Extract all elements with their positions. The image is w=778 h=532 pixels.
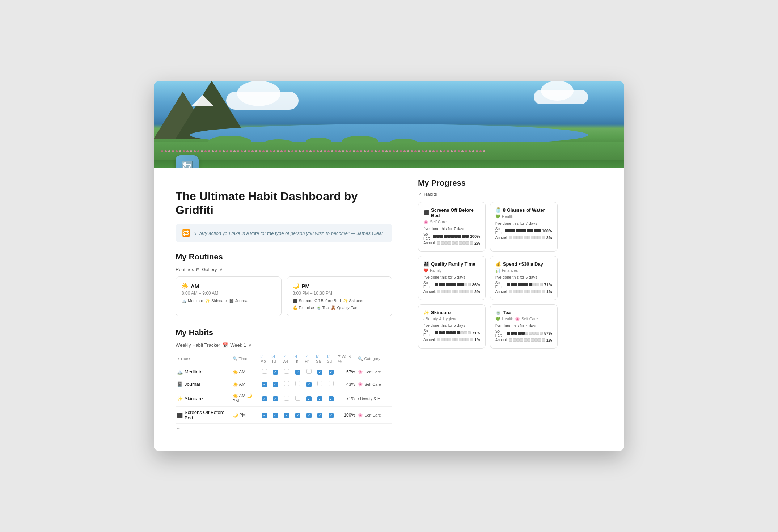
meditate-sa[interactable]: ✓ (314, 366, 326, 378)
col-header-we: ☑ We (281, 352, 292, 366)
screens-su[interactable]: ✓ (326, 407, 337, 424)
pc-spend-sofar: So Far: 71% (495, 281, 552, 289)
check-icon-tu: ☑ (271, 354, 275, 359)
sync-icon: 🔄 (181, 161, 194, 168)
skincare-cat: / Beauty & H (356, 390, 392, 407)
journal-tu[interactable]: ✓ (270, 378, 281, 390)
col-header-fr: ☑ Fr (303, 352, 314, 366)
col-header-cat: 🔍 Category (356, 352, 392, 366)
pc-water-cat: 💚 Health (495, 214, 552, 219)
check-icon-fr: ☑ (305, 354, 308, 359)
content-area: The Ultimate Habit Dashboard by Gridfiti… (154, 168, 624, 452)
pm-tag-tea: 🍵 Tea (316, 305, 329, 310)
habit-time-meditate: ☀️ AM (231, 366, 259, 378)
habit-name-skincare: ✨ Skincare (176, 390, 231, 407)
journal-pct: 43% (337, 378, 356, 390)
journal-th[interactable] (292, 378, 303, 390)
am-tag-meditate: 🏔️ Meditate (182, 299, 203, 303)
pc-family-name: Quality Family Time (431, 261, 475, 267)
meditate-cat: 🌸 Self Care (356, 366, 392, 378)
meditate-mo[interactable] (259, 366, 270, 378)
screens-tu[interactable]: ✓ (270, 407, 281, 424)
routines-view[interactable]: Gallery (202, 267, 217, 272)
meditate-we[interactable] (281, 366, 292, 378)
pc-water-done: I've done this for 7 days (495, 221, 552, 225)
journal-we[interactable] (281, 378, 292, 390)
am-time: 8:00 AM – 9:00 AM (182, 291, 275, 296)
week-chevron-icon: ∨ (248, 342, 252, 348)
screens-sa[interactable]: ✓ (314, 407, 326, 424)
check-icon-sa: ☑ (316, 354, 320, 359)
am-label: AM (191, 283, 199, 289)
left-panel: The Ultimate Habit Dashboard by Gridfiti… (154, 168, 407, 452)
flowers-strip (154, 142, 624, 160)
routine-am-title: ☀️ AM (182, 283, 275, 289)
week-label[interactable]: Week 1 (230, 342, 246, 348)
hero-banner: 🔄 (154, 81, 624, 168)
meditate-fr[interactable] (303, 366, 314, 378)
pm-time: 8:00 PM – 10:30 PM (293, 291, 386, 296)
journal-su[interactable] (326, 378, 337, 390)
skincare-fr[interactable]: ✓ (303, 390, 314, 407)
pc-spend-title: 💰 Spend <$30 a Day (495, 261, 552, 267)
skincare-tu[interactable]: ✓ (270, 390, 281, 407)
app-window: 🔄 The Ultimate Habit Dashboard by Gridfi… (154, 81, 624, 452)
skincare-sa[interactable]: ✓ (314, 390, 326, 407)
quote-text: "Every action you take is a vote for the… (194, 231, 383, 236)
pc-tea-title: 🍵 Tea (495, 310, 552, 315)
progress-card-spend: 💰 Spend <$30 a Day 📊 Finances I've done … (490, 256, 558, 300)
habit-time-skincare: ☀️ AM 🌙 PM (231, 390, 259, 407)
screens-cat: 🌸 Self Care (356, 407, 392, 424)
routine-card-pm: 🌙 PM 8:00 PM – 10:30 PM ⬛ Screens Off Be… (287, 276, 393, 316)
journal-sa[interactable] (314, 378, 326, 390)
screens-fr[interactable]: ✓ (303, 407, 314, 424)
habits-section-title: My Habits (176, 328, 392, 337)
meditate-su[interactable]: ✓ (326, 366, 337, 378)
skincare-mo[interactable]: ✓ (259, 390, 270, 407)
pc-tea-annual: Annual: 1% (495, 338, 552, 342)
journal-fr[interactable]: ✓ (303, 378, 314, 390)
check-icon-su: ☑ (327, 354, 331, 359)
screens-mo[interactable]: ✓ (259, 407, 270, 424)
quote-icon: 🔁 (182, 229, 190, 237)
tracker-text: Weekly Habit Tracker (176, 342, 220, 348)
pc-spend-done: I've done this for 5 days (495, 275, 552, 279)
pc-family-done: I've done this for 6 days (423, 275, 480, 279)
skincare-th[interactable] (292, 390, 303, 407)
routines-text: Routines (176, 267, 194, 272)
tracker-label: Weekly Habit Tracker 📅 Week 1 ∨ (176, 342, 392, 348)
table-row: ··· (176, 424, 392, 434)
pc-skincare-cat: / Beauty & Hygiene (423, 317, 480, 321)
pm-tag-exercise: 💪 Exercise (293, 305, 314, 310)
search-icon-time: 🔍 (233, 356, 238, 361)
habit-table: ↗ Habit 🔍 Time ☑ Mo ☑ Tu (176, 352, 392, 433)
pc-water-title: 🫙 8 Glasses of Water (495, 207, 552, 213)
screens-th[interactable]: ✓ (292, 407, 303, 424)
screens-we[interactable]: ✓ (281, 407, 292, 424)
pc-water-name: 8 Glasses of Water (503, 207, 545, 213)
progress-card-tea: 🍵 Tea 💚 Health 🌸 Self Care I've done thi… (490, 304, 558, 349)
habit-name-meditate: 🏔️ Meditate (176, 366, 231, 378)
pc-water-annual: Annual: 2% (495, 236, 552, 240)
skincare-we[interactable] (281, 390, 292, 407)
habit-name-journal: 📓 Journal (176, 378, 231, 390)
skincare-su[interactable]: ✓ (326, 390, 337, 407)
pc-tea-name: Tea (503, 310, 511, 315)
pc-skincare-done: I've done this for 5 days (423, 323, 480, 328)
pc-spend-cat: 📊 Finances (495, 268, 552, 273)
pc-skincare-sofar: So Far: 71% (423, 329, 480, 337)
pc-screens-sofar: So Far: 100% (423, 232, 480, 240)
pc-spend-name: Spend <$30 a Day (503, 261, 543, 267)
habits-label-text: Habits (424, 191, 437, 197)
journal-mo[interactable]: ✓ (259, 378, 270, 390)
habit-time-journal: ☀️ AM (231, 378, 259, 390)
search-icon-cat: 🔍 (358, 356, 363, 361)
habits-section: My Habits Weekly Habit Tracker 📅 Week 1 … (176, 328, 392, 433)
col-header-th: ☑ Th (292, 352, 303, 366)
meditate-th[interactable]: ✓ (292, 366, 303, 378)
am-tag-journal: 📓 Journal (229, 299, 248, 303)
page-icon: 🔄 (176, 155, 199, 168)
meditate-tu[interactable]: ✓ (270, 366, 281, 378)
am-tag-skincare: ✨ Skincare (205, 299, 227, 303)
col-header-mo: ☑ Mo (259, 352, 270, 366)
